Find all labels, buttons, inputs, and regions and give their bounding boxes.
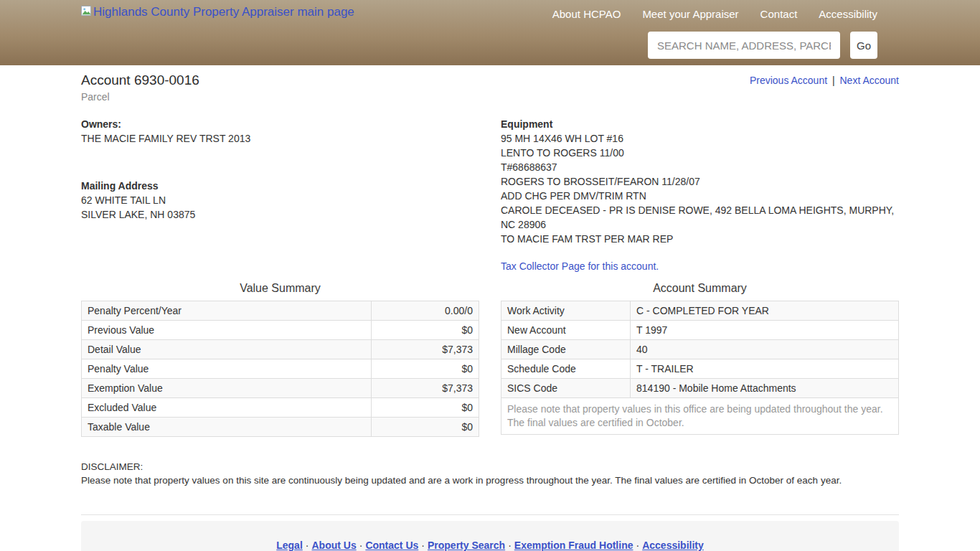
tax-collector-link[interactable]: Tax Collector Page for this account. (501, 260, 659, 272)
row-label: Taxable Value (82, 418, 372, 437)
table-row: New Account T 1997 (501, 321, 899, 340)
mailing-address-line: SILVER LAKE, NH 03875 (81, 207, 479, 222)
table-row: Work Activity C - COMPLETED FOR YEAR (501, 301, 899, 321)
mailing-address-line: 62 WHITE TAIL LN (81, 193, 479, 207)
table-row: Exemption Value $7,373 (82, 379, 479, 398)
table-row: Penalty Value $0 (82, 359, 479, 379)
owner-column: Owners: THE MACIE FAMILY REV TRST 2013 M… (81, 117, 479, 272)
row-value: $7,373 (372, 340, 479, 359)
value-summary-section: Value Summary Penalty Percent/Year 0.00/… (81, 282, 479, 437)
table-note-row: Please note that property values in this… (501, 398, 899, 435)
equipment-line: T#68688637 (501, 160, 899, 174)
equipment-line: ADD CHG PER DMV/TRIM RTN (501, 189, 899, 203)
row-label: New Account (501, 321, 631, 340)
table-row: SICS Code 814190 - Mobile Home Attachmen… (501, 379, 899, 398)
row-value: T - TRAILER (631, 359, 899, 379)
account-summary-table: Work Activity C - COMPLETED FOR YEAR New… (501, 301, 899, 435)
equipment-column: Equipment 95 MH 14X46 WH LOT #16 LENTO T… (501, 117, 899, 272)
row-label: Detail Value (82, 340, 372, 359)
row-value: $0 (372, 321, 479, 340)
footer-divider (81, 514, 899, 515)
disclaimer-heading: DISCLAIMER: (81, 460, 899, 474)
pager-separator: | (832, 75, 835, 86)
row-label: Work Activity (501, 301, 631, 321)
page-title: Account 6930-0016 (81, 72, 199, 88)
equipment-heading: Equipment (501, 117, 899, 131)
footer-link-legal[interactable]: Legal (276, 540, 303, 551)
table-row: Schedule Code T - TRAILER (501, 359, 899, 379)
nav-accessibility[interactable]: Accessibility (808, 8, 877, 20)
next-account-link[interactable]: Next Account (840, 75, 900, 86)
account-summary-title: Account Summary (501, 282, 899, 295)
footer-link-property-search[interactable]: Property Search (428, 540, 505, 551)
owner-name: THE MACIE FAMILY REV TRST 2013 (81, 131, 479, 146)
nav-contact[interactable]: Contact (750, 8, 809, 20)
table-row: Penalty Percent/Year 0.00/0 (82, 301, 479, 321)
site-footer: Legal·About Us·Contact Us·Property Searc… (81, 521, 899, 551)
equipment-line: TO MACIE FAM TRST PER MAR REP (501, 232, 899, 246)
owners-heading: Owners: (81, 117, 479, 131)
footer-links: Legal·About Us·Contact Us·Property Searc… (81, 540, 899, 551)
row-label: Excluded Value (82, 398, 372, 418)
value-summary-table: Penalty Percent/Year 0.00/0 Previous Val… (81, 301, 479, 437)
home-logo-link[interactable]: Highlands County Property Appraiser main… (81, 6, 354, 19)
nav-meet-your-appraiser[interactable]: Meet your Appraiser (631, 8, 749, 20)
row-value: T 1997 (631, 321, 899, 340)
row-value: 40 (631, 340, 899, 359)
row-value: 0.00/0 (372, 301, 479, 321)
footer-link-separator: · (508, 540, 512, 551)
nav-about-hcpao[interactable]: About HCPAO (542, 8, 632, 20)
row-label: Penalty Percent/Year (82, 301, 372, 321)
table-row: Millage Code 40 (501, 340, 899, 359)
table-row: Excluded Value $0 (82, 398, 479, 418)
disclaimer-text: Please note that property values on this… (81, 474, 899, 487)
site-header: Highlands County Property Appraiser main… (0, 0, 980, 65)
row-label: Penalty Value (82, 359, 372, 379)
mailing-address-heading: Mailing Address (81, 179, 479, 193)
footer-link-separator: · (636, 540, 639, 551)
table-row: Taxable Value $0 (82, 418, 479, 437)
row-value: $0 (372, 398, 479, 418)
previous-account-link[interactable]: Previous Account (750, 75, 827, 86)
footer-link-accessibility[interactable]: Accessibility (642, 540, 704, 551)
account-summary-section: Account Summary Work Activity C - COMPLE… (501, 282, 899, 437)
broken-image-icon (81, 6, 92, 19)
row-label: Previous Value (82, 321, 372, 340)
row-label: SICS Code (501, 379, 631, 398)
row-value: 814190 - Mobile Home Attachments (631, 379, 899, 398)
equipment-line: ROGERS TO BROSSEIT/FEARON 11/28/07 (501, 174, 899, 189)
equipment-line: LENTO TO ROGERS 11/00 (501, 146, 899, 160)
footer-link-contact-us[interactable]: Contact Us (365, 540, 418, 551)
table-row: Previous Value $0 (82, 321, 479, 340)
value-summary-title: Value Summary (81, 282, 479, 295)
search-input[interactable] (648, 32, 840, 59)
account-pager: Previous Account | Next Account (750, 72, 899, 86)
footer-link-separator: · (359, 540, 363, 551)
footer-link-exemption-fraud-hotline[interactable]: Exemption Fraud Hotline (514, 540, 633, 551)
row-value: $0 (372, 359, 479, 379)
page-subtitle: Parcel (81, 91, 199, 103)
equipment-line: CAROLE DECEASED - PR IS DENISE ROWE, 492… (501, 203, 899, 232)
logo-text: Highlands County Property Appraiser main… (93, 6, 354, 18)
row-value: $0 (372, 418, 479, 437)
main-content: Account 6930-0016 Parcel Previous Accoun… (81, 65, 899, 551)
row-value: $7,373 (372, 379, 479, 398)
account-summary-note: Please note that property values in this… (501, 398, 899, 435)
top-nav: About HCPAO Meet your Appraiser Contact … (542, 8, 877, 20)
footer-link-separator: · (421, 540, 425, 551)
row-label: Schedule Code (501, 359, 631, 379)
row-value: C - COMPLETED FOR YEAR (631, 301, 899, 321)
search-go-button[interactable]: Go (850, 32, 877, 59)
equipment-line: 95 MH 14X46 WH LOT #16 (501, 131, 899, 146)
row-label: Millage Code (501, 340, 631, 359)
disclaimer: DISCLAIMER: Please note that property va… (81, 460, 899, 487)
footer-link-separator: · (306, 540, 309, 551)
row-label: Exemption Value (82, 379, 372, 398)
footer-link-about-us[interactable]: About Us (311, 540, 356, 551)
table-row: Detail Value $7,373 (82, 340, 479, 359)
search-form: Go (648, 32, 877, 59)
